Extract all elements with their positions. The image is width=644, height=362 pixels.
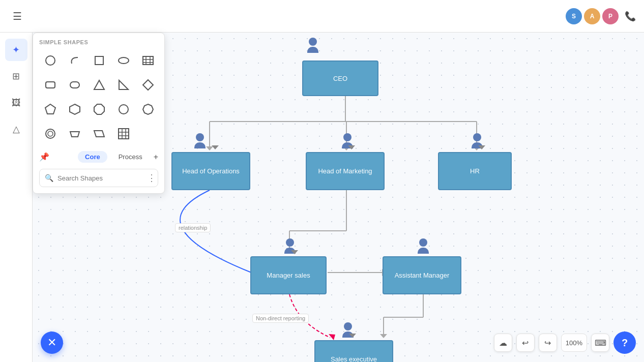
sales-exec-node[interactable]: Sales executive <box>314 340 393 362</box>
cloud-save-btn[interactable]: ☁ <box>494 334 512 352</box>
arrow-ops <box>212 145 219 149</box>
mgr-sales-node[interactable]: Manager sales <box>250 256 327 294</box>
hr-node[interactable]: HR <box>438 152 512 190</box>
avatar-a: A <box>584 8 600 24</box>
diamond-shape[interactable] <box>137 74 159 96</box>
hexagon-shape[interactable] <box>64 98 86 120</box>
svg-marker-33 <box>70 104 80 114</box>
asst-mgr-node[interactable]: Assistant Manager <box>383 256 461 294</box>
rounded-rect2-shape[interactable] <box>64 74 86 96</box>
arrow-mkt <box>348 145 355 149</box>
circle2-shape[interactable] <box>112 98 135 120</box>
circle3-shape[interactable] <box>39 123 62 145</box>
svg-marker-18 <box>329 334 335 340</box>
arrow-hr <box>478 145 485 149</box>
redo-btn[interactable]: ↪ <box>539 334 557 352</box>
search-row: 🔍 ⋮ <box>39 169 158 187</box>
shape-tabs: 📌 Core Process + <box>39 151 158 163</box>
pin-icon: 📌 <box>39 152 49 162</box>
svg-point-21 <box>119 57 129 64</box>
ellipse-shape[interactable] <box>112 49 135 72</box>
header: ☰ Account Map S A P 📞 <box>0 0 644 33</box>
close-icon: ✕ <box>47 336 56 349</box>
bottom-toolbar: ☁ ↩ ↪ 100% ⌨ ? <box>494 331 636 354</box>
non-direct-label: Non-direct reporting <box>252 314 309 323</box>
search-input[interactable] <box>57 174 143 182</box>
person-icon-ceo <box>307 38 318 53</box>
fab-close-button[interactable]: ✕ <box>41 331 63 354</box>
arc-shape[interactable] <box>64 49 86 72</box>
svg-rect-41 <box>119 129 129 139</box>
tab-core[interactable]: Core <box>78 151 107 163</box>
svg-marker-29 <box>94 80 104 89</box>
square-shape[interactable] <box>88 49 110 72</box>
svg-marker-32 <box>45 104 55 114</box>
rounded-rect-shape[interactable] <box>39 74 62 96</box>
tab-process[interactable]: Process <box>111 151 150 163</box>
triangle-shape[interactable] <box>88 74 110 96</box>
svg-marker-34 <box>94 104 104 114</box>
arrow-sales <box>349 334 356 338</box>
right-triangle-shape[interactable] <box>112 74 135 96</box>
svg-rect-28 <box>70 82 79 88</box>
head-mkt-node[interactable]: Head of Marketing <box>306 152 385 190</box>
menu-icon: ☰ <box>13 10 22 22</box>
svg-marker-31 <box>143 80 153 90</box>
pentagon-shape[interactable] <box>39 98 62 120</box>
svg-rect-22 <box>143 56 153 65</box>
svg-marker-17 <box>380 334 387 338</box>
add-tab-icon[interactable]: + <box>154 153 158 162</box>
shapes-grid <box>39 49 158 145</box>
svg-marker-39 <box>70 132 79 137</box>
parallelogram-shape[interactable] <box>88 123 110 145</box>
search-icon: 🔍 <box>45 174 53 182</box>
svg-marker-36 <box>143 104 153 114</box>
svg-rect-27 <box>46 82 55 88</box>
phone-icon[interactable]: 📞 <box>625 11 636 22</box>
image-tool-btn[interactable]: 🖼 <box>5 92 27 114</box>
draw-tool-btn[interactable]: △ <box>5 118 27 140</box>
document-title[interactable]: Account Map <box>35 11 153 21</box>
circle-shape[interactable] <box>39 49 62 72</box>
more-options-icon[interactable]: ⋮ <box>147 172 156 184</box>
person-icon-asst <box>418 238 429 254</box>
decagon-shape[interactable] <box>137 98 159 120</box>
octagon-shape[interactable] <box>88 98 110 120</box>
help-button[interactable]: ? <box>613 331 636 354</box>
grid-shape[interactable] <box>112 123 135 145</box>
svg-point-38 <box>48 131 53 136</box>
arrow-mgr <box>291 250 298 254</box>
table-shape[interactable] <box>137 49 159 72</box>
shapes-tool-btn[interactable]: ✦ <box>5 39 27 61</box>
person-icon-ops <box>194 133 206 148</box>
svg-point-35 <box>119 105 128 114</box>
user-avatars: S A P 📞 <box>566 8 636 24</box>
keyboard-btn[interactable]: ⌨ <box>591 334 609 352</box>
ceo-node[interactable]: CEO <box>302 61 378 96</box>
svg-point-19 <box>46 56 55 65</box>
menu-button[interactable]: ☰ <box>8 7 26 25</box>
undo-btn[interactable]: ↩ <box>516 334 535 352</box>
relationship-label: relationship <box>175 223 211 232</box>
svg-marker-40 <box>94 131 104 137</box>
shapes-panel: SIMPLE SHAPES <box>33 33 165 194</box>
avatar-p: P <box>602 8 619 24</box>
head-ops-node[interactable]: Head of Operations <box>171 152 250 190</box>
svg-rect-20 <box>95 56 103 65</box>
frame-tool-btn[interactable]: ⊞ <box>5 65 27 87</box>
avatar-s: S <box>566 8 582 24</box>
left-sidebar: ✦ ⊞ 🖼 △ <box>0 33 33 362</box>
svg-marker-30 <box>119 80 128 89</box>
svg-point-37 <box>46 129 55 138</box>
zoom-level: 100% <box>561 334 587 352</box>
shapes-section-label: SIMPLE SHAPES <box>39 39 158 45</box>
trapezoid-shape[interactable] <box>64 123 86 145</box>
